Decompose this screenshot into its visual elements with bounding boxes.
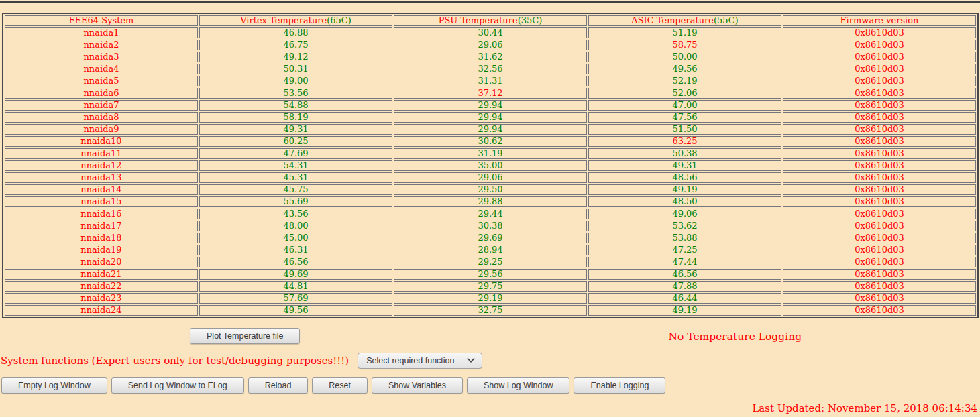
- reset-button[interactable]: Reset: [312, 377, 368, 394]
- virtex-cell: 55.69: [199, 196, 392, 207]
- col-header-psu-temperature: PSU Temperature(35C): [394, 15, 587, 26]
- firmware-cell: 0x8610d03: [783, 148, 976, 159]
- firmware-cell: 0x8610d03: [783, 88, 976, 99]
- virtex-cell: 48.00: [199, 221, 392, 231]
- system-cell: nnaida5: [5, 76, 198, 86]
- asic-cell: 47.00: [588, 100, 781, 111]
- system-functions-label: System functions (Expert users only for …: [1, 355, 349, 367]
- function-select[interactable]: Select required function: [358, 353, 482, 369]
- table-row: nnaida754.8829.9447.000x8610d03: [5, 100, 976, 111]
- top-horizontal-rule: [0, 1, 980, 3]
- firmware-cell: 0x8610d03: [783, 136, 976, 147]
- last-updated-text: Last Updated: November 15, 2018 06:14:34: [0, 402, 977, 414]
- col-header-label: Firmware version: [840, 15, 919, 25]
- asic-cell: 50.00: [588, 52, 781, 62]
- asic-cell: 51.19: [588, 27, 781, 38]
- system-cell: nnaida7: [5, 100, 198, 111]
- psu-cell: 29.94: [394, 100, 587, 111]
- psu-cell: 30.44: [394, 27, 587, 38]
- table-row: nnaida2449.5632.7549.190x8610d03: [5, 305, 976, 316]
- function-select-wrap: Select required function: [358, 353, 482, 369]
- psu-cell: 29.06: [394, 40, 587, 50]
- table-row: nnaida1254.3135.0049.310x8610d03: [5, 160, 976, 171]
- system-cell: nnaida13: [5, 172, 198, 183]
- firmware-cell: 0x8610d03: [783, 160, 976, 171]
- system-cell: nnaida11: [5, 148, 198, 159]
- system-functions-row: System functions (Expert users only for …: [0, 353, 980, 369]
- asic-cell: 58.75: [588, 40, 781, 50]
- log-controls-row: Empty Log Window Send Log Window to ELog…: [0, 377, 980, 394]
- asic-cell: 46.56: [588, 269, 781, 280]
- col-header-label: ASIC Temperature: [631, 15, 714, 25]
- asic-cell: 53.62: [588, 221, 781, 231]
- table-row: nnaida949.3129.9451.500x8610d03: [5, 124, 976, 135]
- firmware-cell: 0x8610d03: [783, 221, 976, 231]
- enable-logging-button[interactable]: Enable Logging: [574, 377, 665, 394]
- table-row: nnaida1345.3129.0648.560x8610d03: [5, 172, 976, 183]
- send-log-window-to-elog-button[interactable]: Send Log Window to ELog: [111, 377, 244, 394]
- firmware-cell: 0x8610d03: [783, 208, 976, 219]
- table-row: nnaida1748.0030.3853.620x8610d03: [5, 221, 976, 231]
- psu-cell: 31.19: [394, 148, 587, 159]
- firmware-cell: 0x8610d03: [783, 245, 976, 255]
- virtex-cell: 50.31: [199, 64, 392, 74]
- system-cell: nnaida4: [5, 64, 198, 74]
- firmware-cell: 0x8610d03: [783, 293, 976, 304]
- asic-cell: 48.56: [588, 172, 781, 183]
- table-row: nnaida653.5637.1252.060x8610d03: [5, 88, 976, 99]
- firmware-cell: 0x8610d03: [783, 184, 976, 195]
- col-header-limit: (35C): [518, 15, 543, 25]
- table-row: nnaida349.1231.6250.000x8610d03: [5, 52, 976, 62]
- col-header-limit: (55C): [714, 15, 739, 25]
- asic-cell: 47.44: [588, 257, 781, 267]
- psu-cell: 29.94: [394, 124, 587, 135]
- table-row: nnaida1555.6929.8848.500x8610d03: [5, 196, 976, 207]
- asic-cell: 49.31: [588, 160, 781, 171]
- virtex-cell: 47.69: [199, 148, 392, 159]
- firmware-cell: 0x8610d03: [783, 100, 976, 111]
- col-header-firmware-version: Firmware version: [783, 15, 976, 26]
- virtex-cell: 49.00: [199, 76, 392, 86]
- psu-cell: 29.44: [394, 208, 587, 219]
- virtex-cell: 44.81: [199, 281, 392, 292]
- table-row: nnaida146.8830.4451.190x8610d03: [5, 27, 976, 38]
- system-cell: nnaida23: [5, 293, 198, 304]
- virtex-cell: 45.31: [199, 172, 392, 183]
- firmware-cell: 0x8610d03: [783, 196, 976, 207]
- temperature-table-body: nnaida146.8830.4451.190x8610d03nnaida246…: [5, 27, 976, 316]
- logging-status-container: No Temperature Logging: [490, 330, 980, 343]
- asic-cell: 46.44: [588, 293, 781, 304]
- col-header-label: Virtex Temperature: [240, 15, 327, 25]
- psu-cell: 30.62: [394, 136, 587, 147]
- system-cell: nnaida21: [5, 269, 198, 280]
- psu-cell: 29.88: [394, 196, 587, 207]
- system-cell: nnaida12: [5, 160, 198, 171]
- col-header-label: FEE64 System: [69, 15, 134, 25]
- show-variables-button[interactable]: Show Variables: [372, 377, 463, 394]
- table-row: nnaida246.7529.0658.750x8610d03: [5, 40, 976, 50]
- empty-log-window-button[interactable]: Empty Log Window: [1, 377, 107, 394]
- system-cell: nnaida3: [5, 52, 198, 62]
- asic-cell: 50.38: [588, 148, 781, 159]
- table-row: nnaida1060.2530.6263.250x8610d03: [5, 136, 976, 147]
- show-log-window-button[interactable]: Show Log Window: [467, 377, 570, 394]
- psu-cell: 31.31: [394, 76, 587, 86]
- asic-cell: 52.06: [588, 88, 781, 99]
- psu-cell: 29.94: [394, 112, 587, 123]
- plot-temperature-file-button[interactable]: Plot Temperature file: [190, 328, 300, 344]
- psu-cell: 30.38: [394, 221, 587, 231]
- reload-button[interactable]: Reload: [248, 377, 309, 394]
- system-cell: nnaida1: [5, 27, 198, 38]
- firmware-cell: 0x8610d03: [783, 76, 976, 86]
- col-header-label: PSU Temperature: [439, 15, 518, 25]
- psu-cell: 29.19: [394, 293, 587, 304]
- asic-cell: 52.19: [588, 76, 781, 86]
- table-row: nnaida2046.5629.2547.440x8610d03: [5, 257, 976, 267]
- virtex-cell: 46.31: [199, 245, 392, 255]
- virtex-cell: 58.19: [199, 112, 392, 123]
- virtex-cell: 49.56: [199, 305, 392, 316]
- firmware-cell: 0x8610d03: [783, 40, 976, 50]
- system-cell: nnaida22: [5, 281, 198, 292]
- asic-cell: 53.88: [588, 233, 781, 243]
- plot-row: Plot Temperature file No Temperature Log…: [0, 328, 980, 344]
